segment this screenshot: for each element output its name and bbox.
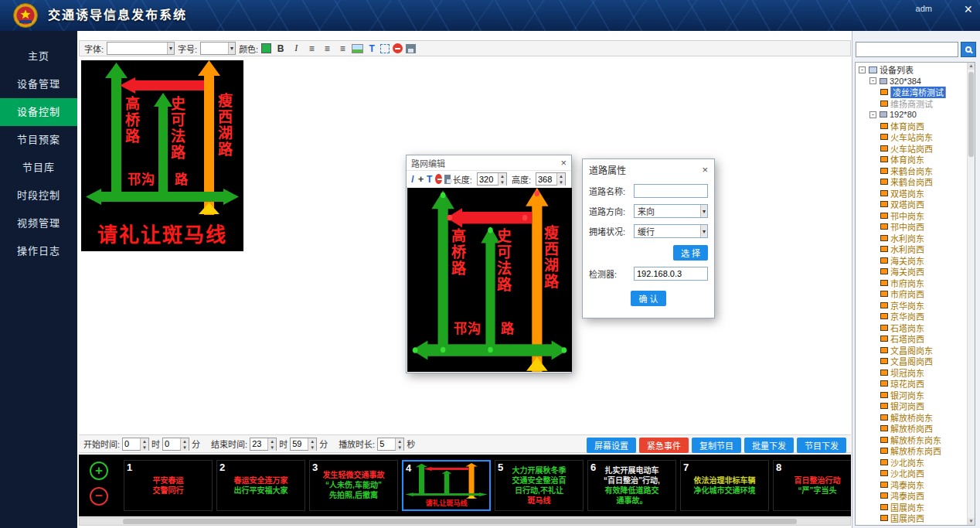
save-icon[interactable] [444, 175, 451, 184]
tree-item-1-28[interactable]: 解放桥东岗东 [856, 434, 975, 446]
tree-item-1-35[interactable]: 国展岗西 [856, 513, 975, 524]
close-icon[interactable]: × [964, 2, 972, 18]
sidebar-item-4[interactable]: 节目库 [0, 154, 77, 182]
user-name[interactable]: adm [916, 4, 932, 13]
end-hour-input[interactable] [250, 438, 267, 450]
tree-item-1-9[interactable]: 邗中岗西 [856, 221, 975, 233]
tree-item-1-12[interactable]: 海关岗东 [856, 255, 975, 267]
spin-up-icon[interactable]: ▲ [499, 173, 506, 179]
sidebar-item-0[interactable]: 主页 [0, 43, 77, 70]
tree-item-1-2[interactable]: 火车站岗西 [856, 143, 975, 155]
move-icon[interactable]: + [418, 173, 424, 185]
tree-item-1-15[interactable]: 市府岗西 [856, 288, 975, 300]
tree-item-1-8[interactable]: 邗中岗东 [856, 210, 975, 222]
tree-item-1-30[interactable]: 沙北岗东 [856, 457, 975, 468]
font-size-select[interactable]: ▾ [200, 42, 236, 55]
sidebar-item-7[interactable]: 操作日志 [0, 237, 77, 265]
action-button-4[interactable]: 节目下发 [797, 438, 846, 453]
tree-item-1-6[interactable]: 双塔岗东 [856, 188, 975, 199]
tree-scrollbar[interactable]: ▲ ▼ [967, 63, 975, 525]
spin-down-icon[interactable]: ▼ [499, 179, 506, 186]
spin-down-icon[interactable]: ▼ [141, 445, 148, 451]
select-button[interactable]: 选 择 [673, 245, 708, 261]
tree-item-1-4[interactable]: 来鹤台岗东 [856, 165, 975, 177]
tree-item-1-19[interactable]: 石塔岗西 [856, 333, 975, 345]
color-swatch[interactable] [261, 43, 271, 53]
road-name-input[interactable] [634, 184, 708, 198]
tree-item-1-25[interactable]: 银河岗西 [856, 400, 975, 412]
collapse-icon[interactable]: - [869, 111, 876, 118]
length-input[interactable] [478, 173, 498, 185]
collapse-icon[interactable]: - [869, 77, 876, 84]
spin-down-icon[interactable]: ▼ [557, 179, 565, 186]
bold-button[interactable]: B [274, 43, 287, 55]
tree-item-1-13[interactable]: 海关岗西 [856, 266, 975, 278]
horizontal-scrollbar[interactable] [79, 517, 851, 526]
program-thumb-1[interactable]: 1平安春运交警同行 [124, 460, 213, 511]
spin-down-icon[interactable]: ▼ [181, 445, 189, 451]
delete-icon[interactable] [435, 174, 441, 184]
end-minute-input[interactable] [291, 438, 308, 450]
confirm-button[interactable]: 确 认 [631, 291, 665, 306]
action-button-3[interactable]: 批量下发 [744, 438, 794, 453]
delete-icon[interactable] [393, 43, 403, 53]
action-button-0[interactable]: 屏幕设置 [587, 438, 636, 453]
tree-item-1-1[interactable]: 火车站岗东 [856, 131, 975, 143]
spin-up-icon[interactable]: ▲ [268, 438, 276, 445]
tree-item-1-3[interactable]: 体育岗东 [856, 154, 975, 165]
spin-down-icon[interactable]: ▼ [308, 445, 316, 451]
sidebar-item-3[interactable]: 节目预案 [0, 126, 77, 154]
action-button-2[interactable]: 复制节目 [692, 438, 741, 453]
spin-up-icon[interactable]: ▲ [141, 438, 148, 445]
tree-item-1-32[interactable]: 鸿泰岗东 [856, 479, 975, 491]
device-search-input[interactable] [856, 42, 958, 57]
program-thumb-2[interactable]: 2春运安全连万家出行平安福大家 [216, 460, 305, 511]
tree-item-1-24[interactable]: 银河岗东 [856, 390, 975, 401]
remove-program-button[interactable]: − [90, 487, 108, 506]
sidebar-item-5[interactable]: 时段控制 [0, 182, 77, 209]
tree-group-1[interactable]: -192*80 [856, 109, 975, 121]
tree-group-0[interactable]: -320*384 [856, 76, 975, 87]
tree-item-1-21[interactable]: 文昌阁岗西 [856, 356, 975, 367]
draw-line-icon[interactable]: / [410, 174, 416, 185]
tree-item-0-0[interactable]: 凌丝湾桥测试 [856, 87, 975, 98]
start-hour-input[interactable] [123, 438, 140, 450]
congestion-select[interactable]: 缓行▾ [634, 224, 708, 238]
spin-up-icon[interactable]: ▲ [396, 438, 403, 445]
close-icon[interactable]: × [702, 164, 708, 175]
tree-item-1-22[interactable]: 坝冠岗东 [856, 367, 975, 379]
roadnet-canvas[interactable]: 高桥路 史可法路 瘦西湖路 邗沟 路 [407, 188, 572, 372]
text-tool-icon[interactable]: T [426, 174, 433, 185]
program-thumb-8[interactable]: 8百日整治行动“严”字当头 [773, 460, 851, 511]
search-button[interactable] [961, 42, 976, 57]
tree-item-1-26[interactable]: 解放桥岗东 [856, 412, 975, 424]
tree-item-1-29[interactable]: 解放桥东岗西 [856, 445, 975, 457]
spin-up-icon[interactable]: ▲ [181, 438, 189, 445]
tree-root[interactable]: -设备列表 [856, 64, 975, 76]
scrollbar-thumb[interactable] [123, 519, 797, 524]
tree-item-1-0[interactable]: 体育岗西 [856, 121, 975, 132]
start-minute-input[interactable] [163, 438, 180, 450]
scrollbar-thumb[interactable] [968, 72, 974, 157]
tree-item-1-20[interactable]: 文昌阁岗东 [856, 345, 975, 356]
tree-item-1-31[interactable]: 沙北岗西 [856, 468, 975, 479]
sidebar-item-2[interactable]: 设备控制 [0, 98, 77, 126]
duration-input[interactable] [378, 438, 395, 450]
text-tool-icon[interactable]: T [366, 43, 377, 54]
tree-item-1-7[interactable]: 双塔岗西 [856, 199, 975, 210]
tree-item-1-23[interactable]: 琼花岗西 [856, 378, 975, 390]
align-left-icon[interactable]: ≡ [305, 43, 318, 55]
spin-down-icon[interactable]: ▼ [396, 445, 403, 451]
italic-button[interactable]: I [290, 43, 302, 55]
spin-down-icon[interactable]: ▼ [268, 445, 276, 451]
tree-item-1-18[interactable]: 石塔岗东 [856, 322, 975, 334]
tree-item-1-17[interactable]: 京华岗西 [856, 311, 975, 322]
collapse-icon[interactable]: - [859, 66, 866, 73]
spin-up-icon[interactable]: ▲ [308, 438, 316, 445]
tree-item-1-34[interactable]: 国展岗东 [856, 502, 975, 513]
align-right-icon[interactable]: ≡ [336, 43, 349, 55]
sidebar-item-6[interactable]: 视频管理 [0, 209, 77, 237]
scroll-up-icon[interactable]: ▲ [968, 63, 975, 70]
scroll-down-icon[interactable]: ▼ [968, 518, 975, 525]
add-program-button[interactable]: + [90, 462, 108, 480]
